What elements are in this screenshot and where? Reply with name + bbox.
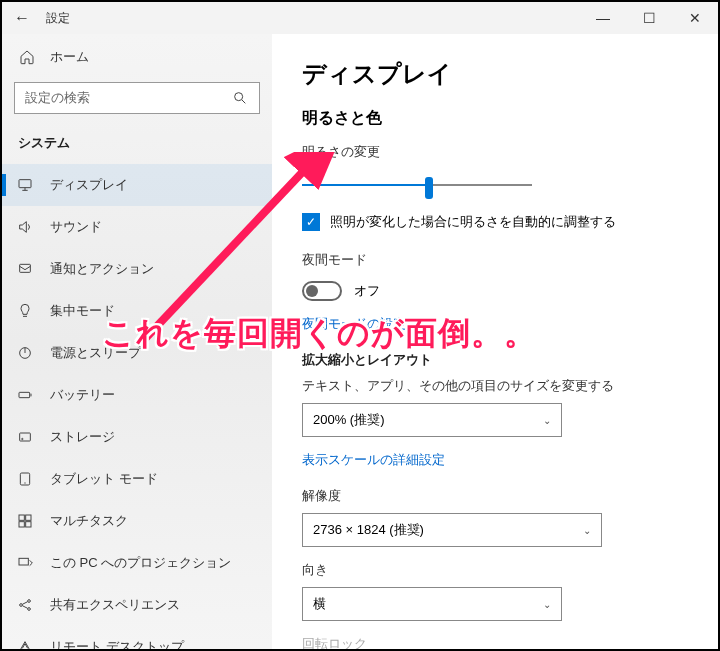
sidebar-item-notifications[interactable]: 通知とアクション xyxy=(2,248,272,290)
sidebar-item-label: タブレット モード xyxy=(50,470,158,488)
focus-icon xyxy=(16,302,34,320)
sidebar-home-label: ホーム xyxy=(50,48,89,66)
svg-rect-4 xyxy=(19,392,30,397)
sidebar-item-label: リモート デスクトップ xyxy=(50,638,184,649)
svg-point-14 xyxy=(28,600,31,603)
sidebar-item-label: この PC へのプロジェクション xyxy=(50,554,231,572)
page-title: ディスプレイ xyxy=(302,58,688,90)
scale-label: テキスト、アプリ、その他の項目のサイズを変更する xyxy=(302,377,688,395)
tablet-icon xyxy=(16,470,34,488)
svg-rect-9 xyxy=(26,515,31,520)
brightness-label: 明るさの変更 xyxy=(302,143,688,161)
slider-fill xyxy=(302,184,429,186)
maximize-button[interactable]: ☐ xyxy=(626,2,672,34)
svg-rect-11 xyxy=(26,522,31,527)
resolution-value: 2736 × 1824 (推奨) xyxy=(313,521,424,539)
resolution-select[interactable]: 2736 × 1824 (推奨) ⌄ xyxy=(302,513,602,547)
orientation-value: 横 xyxy=(313,595,326,613)
sidebar-item-power[interactable]: 電源とスリープ xyxy=(2,332,272,374)
night-mode-settings-link[interactable]: 夜間モードの設定 xyxy=(302,315,688,333)
brightness-slider[interactable] xyxy=(302,173,532,197)
projection-icon xyxy=(16,554,34,572)
svg-rect-12 xyxy=(19,558,28,565)
sidebar-item-label: 電源とスリープ xyxy=(50,344,141,362)
sound-icon xyxy=(16,218,34,236)
remote-icon xyxy=(16,638,34,649)
sidebar-item-display[interactable]: ディスプレイ xyxy=(2,164,272,206)
power-icon xyxy=(16,344,34,362)
sidebar-item-storage[interactable]: ストレージ xyxy=(2,416,272,458)
svg-point-0 xyxy=(235,93,243,101)
display-icon xyxy=(16,176,34,194)
svg-rect-10 xyxy=(19,522,24,527)
sidebar-item-battery[interactable]: バッテリー xyxy=(2,374,272,416)
auto-brightness-checkbox[interactable]: ✓ xyxy=(302,213,320,231)
notification-icon xyxy=(16,260,34,278)
content: ディスプレイ 明るさと色 明るさの変更 ✓ 照明が変化した場合に明るさを自動的に… xyxy=(272,34,718,649)
svg-point-15 xyxy=(28,608,31,611)
sidebar-item-share[interactable]: 共有エクスペリエンス xyxy=(2,584,272,626)
rotation-lock-label: 回転ロック xyxy=(302,635,688,649)
scale-heading: 拡大縮小とレイアウト xyxy=(302,351,688,369)
orientation-label: 向き xyxy=(302,561,688,579)
sidebar-item-label: 集中モード xyxy=(50,302,115,320)
scale-value: 200% (推奨) xyxy=(313,411,385,429)
svg-point-6 xyxy=(22,438,23,439)
sidebar-item-label: ディスプレイ xyxy=(50,176,128,194)
sidebar-item-label: 共有エクスペリエンス xyxy=(50,596,180,614)
auto-brightness-label: 照明が変化した場合に明るさを自動的に調整する xyxy=(330,213,616,231)
sidebar-item-label: バッテリー xyxy=(50,386,115,404)
svg-rect-8 xyxy=(19,515,24,520)
night-mode-label: 夜間モード xyxy=(302,251,688,269)
svg-rect-5 xyxy=(20,433,31,441)
close-button[interactable]: ✕ xyxy=(672,2,718,34)
chevron-down-icon: ⌄ xyxy=(583,525,591,536)
sidebar-item-multitask[interactable]: マルチタスク xyxy=(2,500,272,542)
titlebar: ← 設定 — ☐ ✕ xyxy=(2,2,718,34)
multitask-icon xyxy=(16,512,34,530)
night-mode-toggle[interactable] xyxy=(302,281,342,301)
sidebar-item-focus[interactable]: 集中モード xyxy=(2,290,272,332)
slider-thumb[interactable] xyxy=(425,177,433,199)
share-icon xyxy=(16,596,34,614)
sidebar-item-label: マルチタスク xyxy=(50,512,128,530)
night-mode-state: オフ xyxy=(354,282,380,300)
sidebar-item-tablet[interactable]: タブレット モード xyxy=(2,458,272,500)
home-icon xyxy=(18,48,36,66)
orientation-select[interactable]: 横 ⌄ xyxy=(302,587,562,621)
sidebar-heading: システム xyxy=(2,124,272,164)
chevron-down-icon: ⌄ xyxy=(543,599,551,610)
sidebar-item-label: ストレージ xyxy=(50,428,115,446)
back-button[interactable]: ← xyxy=(14,9,30,27)
sidebar-home[interactable]: ホーム xyxy=(2,38,272,76)
search-icon xyxy=(231,89,249,107)
battery-icon xyxy=(16,386,34,404)
sidebar-item-sound[interactable]: サウンド xyxy=(2,206,272,248)
section-brightness-heading: 明るさと色 xyxy=(302,108,688,129)
svg-rect-2 xyxy=(20,264,31,272)
window-title: 設定 xyxy=(46,10,70,27)
sidebar-item-projection[interactable]: この PC へのプロジェクション xyxy=(2,542,272,584)
sidebar-nav: ディスプレイ サウンド 通知とアクション 集中モード 電源とスリープ xyxy=(2,164,272,649)
sidebar-item-label: 通知とアクション xyxy=(50,260,154,278)
minimize-button[interactable]: — xyxy=(580,2,626,34)
scale-advanced-link[interactable]: 表示スケールの詳細設定 xyxy=(302,451,688,469)
resolution-label: 解像度 xyxy=(302,487,688,505)
chevron-down-icon: ⌄ xyxy=(543,415,551,426)
svg-point-13 xyxy=(20,604,23,607)
scale-select[interactable]: 200% (推奨) ⌄ xyxy=(302,403,562,437)
search-placeholder: 設定の検索 xyxy=(25,89,231,107)
search-input[interactable]: 設定の検索 xyxy=(14,82,260,114)
sidebar-item-remote[interactable]: リモート デスクトップ xyxy=(2,626,272,649)
storage-icon xyxy=(16,428,34,446)
sidebar: ホーム 設定の検索 システム ディスプレイ サウンド xyxy=(2,34,272,649)
sidebar-item-label: サウンド xyxy=(50,218,102,236)
svg-rect-1 xyxy=(19,180,31,188)
